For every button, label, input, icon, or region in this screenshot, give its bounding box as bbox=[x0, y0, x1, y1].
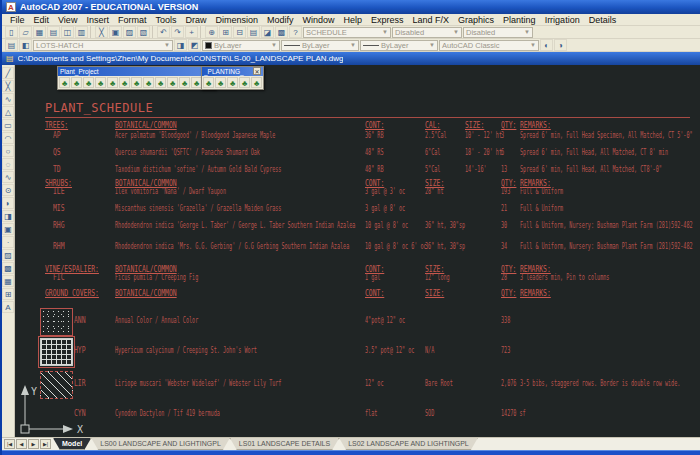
multiline-text-icon[interactable]: A bbox=[2, 301, 14, 313]
layer-combo[interactable]: LOTS-HATCH▼ bbox=[33, 40, 173, 51]
spline-icon[interactable]: ∿ bbox=[2, 171, 14, 183]
lineweight-combo[interactable]: ByLayer▼ bbox=[360, 40, 438, 51]
tab-nav-next-icon[interactable]: ▶ bbox=[28, 439, 39, 449]
redo-icon[interactable]: ↷ bbox=[171, 26, 184, 38]
circle-icon[interactable]: ○ bbox=[2, 145, 14, 157]
info-icon[interactable]: ◑ bbox=[554, 39, 567, 51]
save-icon[interactable]: ▦ bbox=[33, 26, 46, 38]
tab-nav-first-icon[interactable]: |◀ bbox=[4, 439, 15, 449]
title-bar[interactable]: A AutoCAD 2007 - EDUCATIONAL VERSION bbox=[2, 0, 700, 14]
match-properties-icon[interactable]: ▧ bbox=[137, 26, 150, 38]
ellipse-icon[interactable]: ⊙ bbox=[2, 184, 14, 196]
tab-ls02-landscape-and-lightingpl[interactable]: LS02 LANDSCAPE AND LIGHTINGPL bbox=[339, 438, 478, 450]
planting-groundcover-icon[interactable]: ♣ bbox=[239, 77, 250, 88]
planting-palette-titlebar[interactable]: _PLANTING_ ✕ bbox=[202, 67, 263, 76]
layer-previous-icon[interactable]: ◩ bbox=[188, 39, 201, 51]
plant-edit-icon[interactable]: ♣ bbox=[131, 77, 142, 88]
planting-tree-icon[interactable]: ♣ bbox=[215, 77, 226, 88]
polygon-icon[interactable]: △ bbox=[2, 106, 14, 118]
menu-help[interactable]: Help bbox=[340, 15, 367, 25]
planting-palette[interactable]: _PLANTING_ ✕ ♣♣♣♣♣ bbox=[201, 66, 264, 90]
plant-hatch-icon[interactable]: ♣ bbox=[167, 77, 178, 88]
copy-icon[interactable]: ▣ bbox=[109, 26, 122, 38]
plant-project-palette[interactable]: Plant_Project ✕ ♣♣♣♣♣♣♣♣♣♣♣♣♣ bbox=[57, 66, 216, 90]
point-icon[interactable]: · bbox=[2, 236, 14, 248]
plant-tree-icon[interactable]: ♣ bbox=[59, 77, 70, 88]
properties-icon[interactable]: ▤ bbox=[247, 26, 260, 38]
plant-move-icon[interactable]: ♣ bbox=[119, 77, 130, 88]
tab-ls00-landscape-and-lightingpl[interactable]: LS00 LANDSCAPE AND LIGHTINGPL bbox=[91, 438, 230, 450]
help-icon[interactable]: ? bbox=[289, 26, 302, 38]
hatch-icon[interactable]: ▨ bbox=[2, 249, 14, 261]
tool-palettes-icon[interactable]: ▩ bbox=[275, 26, 288, 38]
rectangle-icon[interactable]: ▭ bbox=[2, 119, 14, 131]
pan-icon[interactable]: + bbox=[185, 26, 198, 38]
close-icon[interactable]: ✕ bbox=[253, 67, 261, 75]
revision-cloud-icon[interactable]: ◌ bbox=[2, 158, 14, 170]
polyline-icon[interactable]: ∿ bbox=[2, 93, 14, 105]
menu-file[interactable]: File bbox=[6, 15, 29, 25]
planting-shrub-icon[interactable]: ♣ bbox=[227, 77, 238, 88]
line-icon[interactable]: ╱ bbox=[2, 67, 14, 79]
ellipse-arc-icon[interactable]: ◗ bbox=[2, 197, 14, 209]
zoom-window-icon[interactable]: ⊞ bbox=[219, 26, 232, 38]
paste-icon[interactable]: ▨ bbox=[123, 26, 136, 38]
workspace-combo[interactable]: AutoCAD Classic▼ bbox=[439, 40, 539, 51]
plant-label-icon[interactable]: ♣ bbox=[143, 77, 154, 88]
publish-icon[interactable]: ▥ bbox=[75, 26, 88, 38]
menu-view[interactable]: View bbox=[54, 15, 81, 25]
plant-vine-icon[interactable]: ♣ bbox=[95, 77, 106, 88]
layer-properties-icon[interactable]: ▤ bbox=[5, 39, 18, 51]
menu-modify[interactable]: Modify bbox=[263, 15, 298, 25]
menu-draw[interactable]: Draw bbox=[181, 15, 210, 25]
menu-details[interactable]: Details bbox=[585, 15, 621, 25]
open-icon[interactable]: ▱ bbox=[19, 26, 32, 38]
layer-states-icon[interactable]: ◧ bbox=[19, 39, 32, 51]
make-block-icon[interactable]: ▣ bbox=[2, 223, 14, 235]
insert-block-icon[interactable]: ◨ bbox=[2, 210, 14, 222]
tab-model[interactable]: Model bbox=[53, 438, 91, 450]
table-icon[interactable]: ⊞ bbox=[2, 288, 14, 300]
cut-icon[interactable]: ╳ bbox=[95, 26, 108, 38]
menu-window[interactable]: Window bbox=[299, 15, 339, 25]
plant-shrub-icon[interactable]: ♣ bbox=[71, 77, 82, 88]
zoom-realtime-icon[interactable]: ⊕ bbox=[205, 26, 218, 38]
tab-ls01-landscape-details[interactable]: LS01 LANDSCAPE DETAILS bbox=[230, 438, 339, 450]
plant-copy-icon[interactable]: ♣ bbox=[107, 77, 118, 88]
toolbar1-combo-1[interactable]: Disabled▼ bbox=[392, 27, 462, 38]
plot-preview-icon[interactable]: ◫ bbox=[61, 26, 74, 38]
construction-line-icon[interactable]: ╳ bbox=[2, 80, 14, 92]
plant-project-palette-titlebar[interactable]: Plant_Project ✕ bbox=[58, 67, 215, 76]
tab-nav-previous-icon[interactable]: ◀ bbox=[16, 439, 27, 449]
menu-planting[interactable]: Planting bbox=[499, 15, 540, 25]
linetype-combo[interactable]: ByLayer▼ bbox=[281, 40, 359, 51]
menu-irrigation[interactable]: Irrigation bbox=[541, 15, 584, 25]
plot-icon[interactable]: ▤ bbox=[47, 26, 60, 38]
designcenter-icon[interactable]: ◪ bbox=[261, 26, 274, 38]
zoom-previous-icon[interactable]: ⊟ bbox=[233, 26, 246, 38]
toolbar1-combo-0[interactable]: SCHEDULE▼ bbox=[303, 27, 391, 38]
menu-tools[interactable]: Tools bbox=[151, 15, 180, 25]
region-icon[interactable]: ▦ bbox=[2, 275, 14, 287]
color-combo[interactable]: ByLayer▼ bbox=[202, 40, 280, 51]
qnew-icon[interactable]: ▯ bbox=[5, 26, 18, 38]
planting-place-icon[interactable]: ♣ bbox=[203, 77, 214, 88]
menu-land-f-x[interactable]: Land F/X bbox=[409, 15, 454, 25]
toolbar1-combo-2[interactable]: Disabled▼ bbox=[463, 27, 533, 38]
drawing-canvas[interactable]: Plant_Project ✕ ♣♣♣♣♣♣♣♣♣♣♣♣♣ _PLANTING_… bbox=[15, 65, 700, 437]
gradient-icon[interactable]: ▩ bbox=[2, 262, 14, 274]
drawing-title-bar[interactable]: ▤ C:\Documents and Settings\Zhen\My Docu… bbox=[2, 52, 700, 65]
plant-match-icon[interactable]: ♣ bbox=[179, 77, 190, 88]
make-object-layer-current-icon[interactable]: ◨ bbox=[174, 39, 187, 51]
menu-format[interactable]: Format bbox=[114, 15, 151, 25]
menu-insert[interactable]: Insert bbox=[82, 15, 113, 25]
plant-groundcover-icon[interactable]: ♣ bbox=[83, 77, 94, 88]
menu-edit[interactable]: Edit bbox=[30, 15, 54, 25]
menu-dimension[interactable]: Dimension bbox=[211, 15, 262, 25]
planting-zoom-icon[interactable]: ♣ bbox=[251, 77, 262, 88]
undo-icon[interactable]: ↶ bbox=[157, 26, 170, 38]
workspace-settings-icon[interactable]: ◐ bbox=[540, 39, 553, 51]
plant-schedule-icon[interactable]: ♣ bbox=[155, 77, 166, 88]
tab-nav-last-icon[interactable]: ▶| bbox=[40, 439, 51, 449]
arc-icon[interactable]: ◠ bbox=[2, 132, 14, 144]
